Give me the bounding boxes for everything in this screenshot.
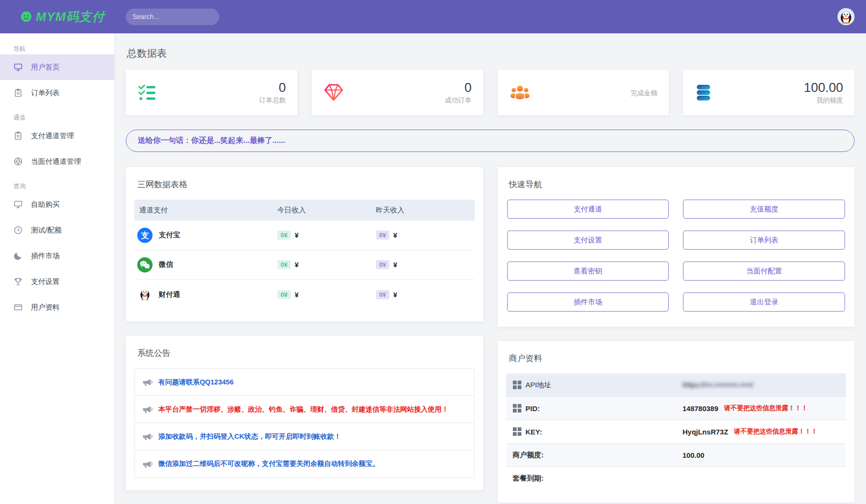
col-header-channel: 通道支付	[134, 206, 277, 215]
qq-penguin-icon	[137, 287, 153, 302]
merchant-row-api: API地址 https://××.××××××.×××/	[506, 373, 846, 397]
merchant-info-panel: 商户资料 API地址 https://××.××××××.×××/ PID:	[498, 341, 855, 503]
sidebar-item-label: 支付设置	[31, 277, 60, 286]
sidebar-item-label: 用户首页	[31, 63, 60, 72]
merchant-label: 套餐到期:	[513, 474, 544, 483]
quicknav-pay-channel-button[interactable]: 支付通道	[507, 200, 669, 219]
sidebar-item-label: 插件市场	[31, 252, 60, 261]
merchant-row-quota: 商户额度: 100.00	[506, 444, 846, 467]
today-income-badge: 0¥	[277, 290, 291, 299]
quicknav-view-key-button[interactable]: 查看密钥	[507, 262, 669, 281]
quicknav-order-list-button[interactable]: 订单列表	[683, 231, 845, 250]
quicknav-plugin-market-button[interactable]: 插件市场	[507, 292, 669, 312]
announcement-text: 添加收款码，并扫码登入CK状态，即可开启即时到账收款！	[158, 432, 341, 441]
today-income-badge: 0¥	[277, 231, 291, 240]
notice-banner: 送给你一句话：你还是...笑起来...最棒了......	[126, 130, 855, 152]
announcement-text: 有问题请联系QQ123456	[158, 378, 234, 387]
yesterday-income-badge: 0¥	[376, 231, 389, 240]
megaphone-icon	[142, 376, 153, 388]
channel-name: 支付宝	[159, 231, 180, 240]
grid-icon	[513, 404, 521, 413]
stat-label: 订单总数	[259, 96, 286, 105]
api-address-masked-value: https://××.××××××.×××/	[683, 381, 753, 389]
merchant-label: API地址	[526, 381, 551, 390]
sidebar-item-pay-settings[interactable]: 支付设置	[0, 269, 114, 294]
leak-warning-text: 请不要把这些信息泄露！！！	[724, 404, 808, 413]
megaphone-icon	[142, 458, 153, 470]
announcement-item: 本平台严禁一切淫秽、涉赌、政治、钓鱼、诈骗、理财、借贷、封建迷信等非法网站接入使…	[135, 396, 474, 423]
svg-text:支: 支	[141, 231, 150, 240]
sidebar-item-label: 用户资料	[31, 303, 60, 312]
sidebar-item-pay-channel-mgmt[interactable]: 支付通道管理	[0, 123, 114, 149]
diamond-icon	[323, 82, 344, 102]
sidebar-section-nav: 导航	[13, 45, 114, 53]
quicknav-f2f-config-button[interactable]: 当面付配置	[683, 262, 845, 281]
sidebar-item-test-quota[interactable]: 测试/配额	[0, 217, 114, 243]
yesterday-income-badge: 0¥	[376, 260, 389, 269]
clipboard-icon	[13, 88, 23, 98]
stat-label: 完成金额	[631, 89, 657, 98]
stat-card-completed-amount: 完成金额	[498, 70, 669, 115]
channel-name: 微信	[159, 260, 173, 269]
announcement-item: 有问题请联系QQ123456	[135, 369, 474, 396]
sidebar-section-channel: 通道	[13, 113, 114, 122]
credit-card-icon	[13, 302, 23, 312]
sidebar-item-plugin-market[interactable]: 插件市场	[0, 243, 114, 269]
top-header: MYM码支付	[0, 0, 866, 33]
sidebar-section-query: 查询	[13, 182, 114, 191]
stat-card-my-quota: 100.00 我的额度	[683, 70, 855, 115]
merchant-label: 商户额度:	[513, 451, 544, 460]
monitor-icon	[13, 200, 23, 209]
main-content: 总数据表 0 订单总数	[114, 33, 866, 504]
sidebar-item-f2f-channel-mgmt[interactable]: 当面付通道管理	[0, 149, 114, 174]
user-avatar[interactable]	[837, 8, 855, 25]
announcement-text: 本平台严禁一切淫秽、涉赌、政治、钓鱼、诈骗、理财、借贷、封建迷信等非法网站接入使…	[158, 405, 448, 414]
channel-name: 财付通	[159, 290, 180, 299]
stat-value: 0	[279, 81, 286, 95]
app-logo[interactable]: MYM码支付	[0, 9, 114, 25]
today-income-badge: 0¥	[277, 260, 291, 269]
search-input[interactable]	[132, 13, 219, 20]
yesterday-income-badge: 0¥	[376, 290, 389, 299]
sidebar-item-order-list[interactable]: 订单列表	[0, 80, 114, 106]
announcements-panel: 系统公告 有问题请联系QQ123456 本平	[126, 336, 483, 490]
search-bar[interactable]	[126, 9, 219, 25]
table-header-row: 通道支付 今日收入 昨天收入	[134, 200, 475, 221]
announcement-item: 微信添加过二维码后不可改呢称，支付宝需要关闭余额自动转到余额宝。	[135, 450, 474, 477]
logo-text: MYM码支付	[36, 9, 105, 25]
merchant-row-plan-expiry: 套餐到期:	[506, 467, 846, 490]
sidebar-item-user-profile[interactable]: 用户资料	[0, 294, 114, 320]
merchant-quota-value: 100.00	[683, 451, 704, 459]
checklist-icon	[137, 83, 157, 102]
stat-label: 我的额度	[816, 96, 843, 105]
megaphone-icon	[142, 431, 153, 442]
quicknav-pay-settings-button[interactable]: 支付设置	[507, 231, 669, 250]
sidebar-nav: 导航 用户首页 订单列表 通道 支付通道管理 当面付通道管理 查询	[0, 33, 114, 504]
leak-warning-text: 请不要把这些信息泄露！！！	[734, 427, 818, 436]
announcement-item: 添加收款码，并扫码登入CK状态，即可开启即时到账收款！	[135, 423, 474, 450]
wechat-icon	[137, 257, 153, 272]
grid-icon	[513, 381, 521, 389]
announcement-text: 微信添加过二维码后不可改呢称，支付宝需要关闭余额自动转到余额宝。	[158, 459, 379, 468]
stat-label: 成功订单	[445, 96, 472, 105]
yen-sign: ¥	[295, 261, 298, 269]
merchant-label: PID:	[526, 404, 540, 413]
merchant-info-title: 商户资料	[509, 353, 846, 364]
table-row-tenpay: 财付通 0¥ ¥ 0¥ ¥	[134, 280, 475, 309]
trophy-icon	[13, 277, 23, 286]
sidebar-item-user-home[interactable]: 用户首页	[0, 54, 114, 80]
penguin-avatar-icon	[838, 9, 854, 24]
page-title: 总数据表	[127, 47, 855, 60]
quicknav-recharge-quota-button[interactable]: 充值额度	[683, 200, 845, 219]
notice-text: 送给你一句话：你还是...笑起来...最棒了......	[138, 136, 285, 146]
logo-coin-icon	[21, 11, 31, 22]
stat-card-success-orders: 0 成功订单	[312, 70, 483, 115]
announcements-title: 系统公告	[137, 347, 475, 359]
quicknav-logout-button[interactable]: 退出登录	[683, 292, 845, 312]
table-row-wechat: 微信 0¥ ¥ 0¥ ¥	[134, 250, 475, 280]
sidebar-item-self-buy[interactable]: 自助购买	[0, 192, 114, 217]
yen-sign: ¥	[393, 261, 397, 269]
key-value: HyqjLnsR73Z	[683, 428, 728, 436]
clipboard-icon	[13, 131, 23, 141]
monitor-icon	[13, 62, 23, 72]
